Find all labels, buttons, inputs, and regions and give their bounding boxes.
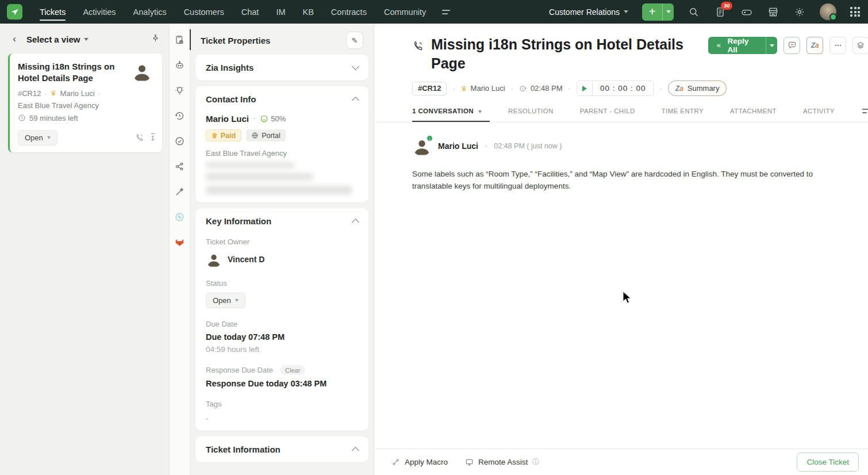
top-navbar: Tickets Activities Analytics Customers C… [0,0,868,24]
share-related-icon[interactable] [173,159,187,173]
chevron-down-icon [84,38,89,41]
time-tracker: 00 : 00 : 00 [577,81,654,96]
tab-resolution[interactable]: RESOLUTION [508,108,554,122]
contact-info-title: Contact Info [206,94,256,104]
notifications-icon[interactable]: 30 [714,6,727,18]
separator-dot [452,84,455,93]
zia-insights-header[interactable]: Zia Insights [206,63,358,72]
crown-icon: ♛ [212,132,218,140]
contact-info-header[interactable]: Contact Info [206,94,358,104]
nav-tab-community[interactable]: Community [384,3,426,21]
approvals-check-icon[interactable] [173,134,187,148]
info-icon[interactable]: ⓘ [532,457,539,467]
reply-all-button[interactable]: Reply All [708,37,777,54]
contact-name[interactable]: Mario Luci [206,114,249,124]
chevron-up-icon[interactable] [352,447,359,454]
ticket-card-title[interactable]: Missing i18n Strings on Hotel Details Pa… [18,61,126,84]
response-due-value[interactable]: Response Due today 03:48 PM [206,379,358,388]
chevron-down-icon[interactable] [352,63,359,70]
view-selector-label: Select a view [26,35,80,44]
edit-properties-button[interactable]: ✎ [346,32,363,49]
zia-icon: Za [811,41,819,49]
more-actions-button[interactable] [829,37,846,54]
comment-button[interactable] [783,37,800,54]
ticket-card-id: #CR12 [18,89,41,98]
nav-tab-analytics[interactable]: Analytics [133,3,167,21]
tab-attachment[interactable]: ATTACHMENT [730,108,777,122]
remote-assist-button[interactable]: Remote Assist ⓘ [465,457,539,467]
ticket-information-section: Ticket Information [195,436,368,462]
ticket-properties-icon[interactable] [173,33,187,47]
clear-response-due-button[interactable]: Clear [280,365,305,375]
response-due-label: Response Due Date [206,366,273,374]
thread-count[interactable]: 1 [151,133,155,141]
app-logo[interactable] [7,4,22,20]
apps-grid-icon[interactable] [850,7,860,17]
add-new-button[interactable]: + [642,3,674,21]
nav-tab-tickets[interactable]: Tickets [40,3,66,21]
status-value: Open [213,296,231,305]
user-avatar[interactable] [820,3,836,20]
tab-activity[interactable]: ACTIVITY [803,108,835,122]
department-selector[interactable]: Customer Relations [549,7,628,17]
back-button[interactable]: ‹ [8,33,21,45]
chevron-up-icon[interactable] [352,219,359,226]
nav-tab-chat[interactable]: Chat [241,3,259,21]
nav-more-icon[interactable] [442,10,450,14]
tab-conversation[interactable]: 1 CONVERSATION [412,108,482,122]
macro-link-icon [391,458,400,466]
tab-time-entry[interactable]: TIME ENTRY [662,108,704,122]
layers-icon [856,41,865,50]
ticket-owner-field[interactable]: Vincent D [206,251,358,267]
apply-macro-button[interactable]: Apply Macro [391,458,448,466]
view-selector[interactable]: Select a view [26,35,89,44]
status-dropdown[interactable]: Open [206,293,245,308]
zia-summary-button[interactable]: Za Summary [668,81,727,96]
ticket-card[interactable]: Missing i18n Strings on Hotel Details Pa… [8,53,162,152]
separator-dot [98,89,101,98]
globe-icon [251,132,259,139]
magic-wand-icon[interactable] [173,185,187,198]
ticket-status-dropdown[interactable]: Open [18,130,57,145]
nav-tab-contracts[interactable]: Contracts [331,3,367,21]
nav-tab-im[interactable]: IM [276,3,285,21]
incoming-message-icon: ↓ [426,135,433,142]
gamescope-icon[interactable] [740,6,753,18]
tags-value[interactable]: - [206,414,358,423]
marketplace-icon[interactable] [767,6,779,18]
separator-dot [485,141,487,151]
navbar-right: Customer Relations + 30 [549,3,860,21]
zia-assistant-button[interactable]: Za [806,37,823,54]
insights-bulb-icon[interactable] [173,83,187,97]
pulse-integration-icon[interactable] [173,210,187,224]
tabs-more-icon[interactable] [862,109,868,120]
zia-bot-icon[interactable] [173,58,187,72]
happiness-smiley-icon [260,114,268,123]
history-icon[interactable] [173,109,187,122]
owner-avatar [206,251,222,267]
fox-integration-icon[interactable] [173,235,187,249]
add-dropdown[interactable] [663,3,674,21]
search-icon[interactable] [688,6,700,18]
chevron-down-icon [666,10,671,13]
zia-icon: Za [675,85,683,93]
gear-icon[interactable] [793,6,806,18]
nav-tab-customers[interactable]: Customers [184,3,224,21]
zia-insights-section: Zia Insights [195,55,368,81]
reply-options-dropdown[interactable] [766,37,778,54]
chevron-up-icon[interactable] [352,97,359,104]
close-ticket-button[interactable]: Close Ticket [797,453,859,472]
contact-info-section: Contact Info Mario Luci 50% ♛ Paid Port [195,86,368,202]
key-information-header[interactable]: Key Information [206,216,358,226]
nav-tab-kb[interactable]: KB [303,3,314,21]
tab-parent-child[interactable]: PARENT - CHILD [580,108,635,122]
timer-play-button[interactable] [577,82,592,95]
phone-channel-icon[interactable] [135,133,144,142]
layers-button[interactable] [852,37,868,54]
timer-value: 00 : 00 : 00 [592,81,654,95]
nav-tab-activities[interactable]: Activities [83,3,116,21]
separator-dot [253,113,256,124]
ticket-information-header[interactable]: Ticket Information [206,445,358,454]
due-date-value[interactable]: Due today 07:48 PM [206,332,358,342]
pin-icon[interactable] [151,34,160,45]
